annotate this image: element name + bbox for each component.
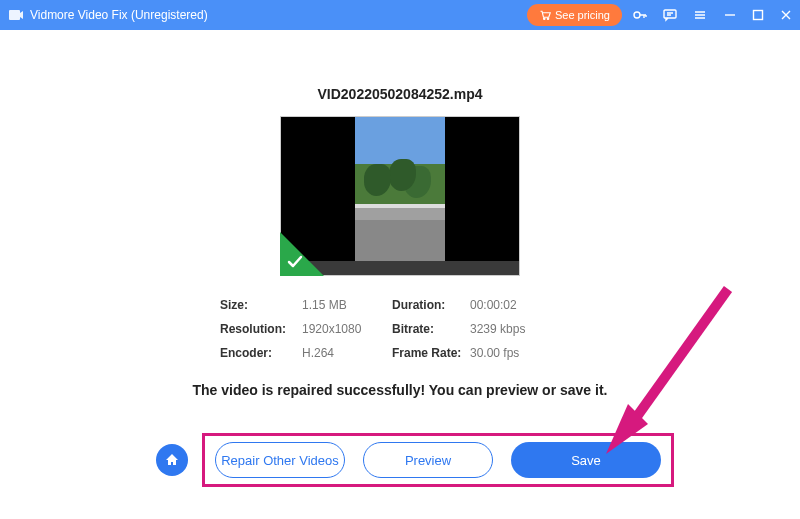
resolution-label: Resolution:: [220, 322, 302, 336]
svg-point-3: [634, 12, 640, 18]
close-icon[interactable]: [780, 9, 792, 21]
size-label: Size:: [220, 298, 302, 312]
framerate-label: Frame Rate:: [392, 346, 470, 360]
duration-value: 00:00:02: [470, 298, 560, 312]
bitrate-value: 3239 kbps: [470, 322, 560, 336]
see-pricing-button[interactable]: See pricing: [527, 4, 622, 26]
maximize-icon[interactable]: [752, 9, 764, 21]
titlebar-icons: [632, 7, 708, 23]
app-logo-icon: [8, 7, 24, 23]
svg-rect-4: [664, 10, 676, 18]
resolution-value: 1920x1080: [302, 322, 392, 336]
annotation-arrow-icon: [598, 279, 738, 459]
video-preview[interactable]: [280, 116, 520, 276]
svg-line-6: [628, 289, 728, 429]
see-pricing-label: See pricing: [555, 9, 610, 21]
menu-icon[interactable]: [692, 7, 708, 23]
app-title: Vidmore Video Fix (Unregistered): [30, 8, 208, 22]
framerate-value: 30.00 fps: [470, 346, 560, 360]
feedback-icon[interactable]: [662, 7, 678, 23]
duration-label: Duration:: [392, 298, 470, 312]
minimize-icon[interactable]: [724, 9, 736, 21]
titlebar-left: Vidmore Video Fix (Unregistered): [8, 7, 208, 23]
repair-other-button[interactable]: Repair Other Videos: [215, 442, 345, 478]
metadata-grid: Size: 1.15 MB Duration: 00:00:02 Resolut…: [220, 298, 580, 360]
status-message: The video is repaired successfully! You …: [193, 382, 608, 398]
cart-icon: [539, 9, 551, 21]
svg-rect-0: [9, 10, 20, 20]
checkmark-icon: [285, 251, 305, 271]
window-controls: [724, 9, 792, 21]
home-button[interactable]: [156, 444, 188, 476]
size-value: 1.15 MB: [302, 298, 392, 312]
svg-rect-5: [754, 11, 763, 20]
bitrate-label: Bitrate:: [392, 322, 470, 336]
svg-point-1: [543, 18, 545, 20]
preview-button[interactable]: Preview: [363, 442, 493, 478]
actions-row: Repair Other Videos Preview Save: [156, 433, 674, 487]
svg-point-2: [547, 18, 549, 20]
video-thumbnail: [355, 117, 445, 275]
encoder-label: Encoder:: [220, 346, 302, 360]
encoder-value: H.264: [302, 346, 392, 360]
titlebar: Vidmore Video Fix (Unregistered) See pri…: [0, 0, 800, 30]
filename-label: VID20220502084252.mp4: [317, 86, 482, 102]
home-icon: [164, 452, 180, 468]
key-icon[interactable]: [632, 7, 648, 23]
